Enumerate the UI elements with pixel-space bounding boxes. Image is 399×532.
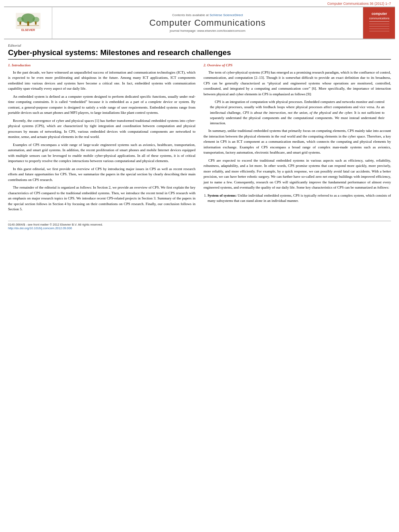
left-column: 1. Introduction In the past decade, we h…: [8, 63, 195, 215]
left-para3: Recently, the convergence of cyber and p…: [8, 118, 195, 140]
right-para3: CPS are expected to exceed the tradition…: [204, 158, 391, 191]
elsevier-logo-svg: ELSEVIER: [12, 13, 44, 33]
section2-heading: 2. Overview of CPS: [204, 63, 391, 68]
right-para2: In summary, unlike traditional embedded …: [204, 128, 391, 156]
list-item-1: System of systems: Unlike individual emb…: [208, 193, 391, 204]
svg-text:ELSEVIER: ELSEVIER: [21, 29, 35, 31]
journal-homepage: journal homepage: www.elsevier.com/locat…: [170, 29, 245, 33]
editorial-label: Editorial: [8, 43, 391, 47]
svg-rect-12: [369, 21, 389, 22]
right-column: 2. Overview of CPS The term of cyber-phy…: [204, 63, 391, 215]
badge-svg: computer communications: [367, 9, 391, 35]
elsevier-logo-area: ELSEVIER: [4, 7, 52, 39]
doi-anchor[interactable]: http://dx.doi.org/10.1016/j.comcom.2012.…: [8, 226, 72, 230]
svg-rect-6: [35, 22, 36, 25]
svg-rect-7: [17, 25, 39, 26]
svg-rect-4: [19, 22, 21, 25]
two-column-layout: 1. Introduction In the past decade, we h…: [8, 63, 391, 215]
journal-reference: Computer Communications 36 (2012) 1–7: [0, 0, 399, 6]
left-para1: In the past decade, we have witnessed an…: [8, 70, 195, 92]
left-para5: In this guest editorial, we first provid…: [8, 166, 195, 183]
blockquote-text: CPS is an integration of computation wit…: [210, 99, 385, 126]
svg-rect-2: [27, 22, 29, 26]
left-para6: The remainder of the editorial is organi…: [8, 185, 195, 212]
list-item-1-label: System of systems:: [208, 193, 237, 197]
svg-rect-14: [369, 26, 389, 27]
article-content: Editorial Cyber-physical systems: Milest…: [8, 39, 391, 215]
left-para2: An embedded system is defined as a compu…: [8, 94, 195, 116]
sciverse-text: Contents lists available at SciVerse Sci…: [172, 13, 243, 17]
journal-title-area: Contents lists available at SciVerse Sci…: [52, 7, 363, 39]
journal-title: Computer Communications: [149, 18, 266, 28]
right-para1: The term of cyber-physical systems (CPS)…: [204, 70, 391, 97]
svg-text:computer: computer: [371, 12, 387, 16]
svg-rect-16: [369, 31, 389, 31]
svg-rect-15: [369, 29, 389, 29]
blockquote: CPS is an integration of computation wit…: [210, 99, 385, 126]
journal-badge: computer communications: [363, 7, 395, 39]
article-title: Cyber-physical systems: Milestones and r…: [8, 48, 391, 60]
page-footer: 0140-3664/$ - see front matter © 2012 El…: [8, 221, 391, 230]
journal-header: ELSEVIER Contents lists available at Sci…: [4, 6, 395, 39]
svg-text:communications: communications: [369, 17, 389, 20]
sciverse-link[interactable]: SciVerse ScienceDirect: [210, 13, 243, 17]
copyright-text: 0140-3664/$ - see front matter © 2012 El…: [8, 223, 391, 226]
section1-heading: 1. Introduction: [8, 63, 195, 68]
doi-link[interactable]: http://dx.doi.org/10.1016/j.comcom.2012.…: [8, 226, 391, 230]
characteristics-list: System of systems: Unlike individual emb…: [208, 193, 391, 204]
svg-rect-13: [369, 24, 389, 24]
left-para4: Examples of CPS encompass a wide range o…: [8, 142, 195, 164]
